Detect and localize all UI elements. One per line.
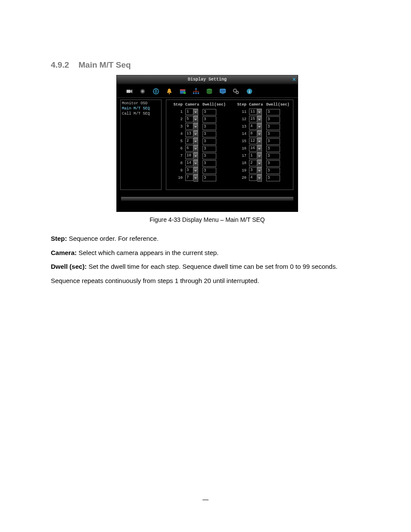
desc-camera: Camera: Select which camera appears in t…	[51, 247, 364, 259]
dwell-input[interactable]: 3	[266, 131, 280, 137]
info-icon[interactable]: i	[246, 87, 253, 95]
chevron-down-icon[interactable]	[257, 109, 262, 116]
dwell-input[interactable]: 3	[202, 153, 216, 159]
chevron-down-icon[interactable]	[257, 160, 262, 167]
step-number: 16	[234, 146, 249, 151]
disk-icon[interactable]	[206, 87, 213, 95]
table-row: 1713	[234, 152, 290, 159]
dwell-input[interactable]: 3	[266, 168, 280, 174]
camera-select[interactable]: 9	[185, 123, 198, 131]
dwell-input[interactable]: 3	[266, 124, 280, 130]
dwell-input[interactable]: 3	[202, 109, 216, 115]
alarm-icon[interactable]	[165, 87, 173, 95]
svg-rect-6	[180, 90, 186, 91]
svg-rect-14	[221, 93, 224, 94]
table-row: 11113	[234, 109, 290, 115]
dwell-input[interactable]: 3	[202, 124, 216, 130]
dwell-input[interactable]: 3	[202, 160, 216, 167]
record-icon[interactable]	[139, 87, 146, 95]
dwell-input[interactable]: 3	[202, 146, 216, 152]
camera-select[interactable]: 14	[185, 160, 198, 167]
camera-value: 11	[249, 109, 257, 115]
dwell-input[interactable]: 3	[266, 160, 280, 167]
camera-select[interactable]: 13	[185, 131, 198, 138]
page-marker: —	[0, 496, 411, 503]
camera-select[interactable]: 5	[185, 116, 198, 123]
chevron-down-icon[interactable]	[257, 123, 262, 131]
dialog-footer-bar	[121, 197, 293, 201]
chevron-down-icon[interactable]	[193, 109, 198, 116]
chevron-down-icon[interactable]	[193, 123, 198, 131]
chevron-down-icon[interactable]	[193, 167, 198, 174]
sidebar-item-call-mt-seq[interactable]: Call M/T SEQ	[122, 111, 160, 116]
step-number: 14	[234, 132, 249, 136]
figure-caption: Figure 4-33 Display Menu – Main M/T SEQ	[51, 216, 364, 223]
dwell-input[interactable]: 3	[202, 131, 216, 137]
camera-select[interactable]: 4	[249, 174, 262, 182]
camera-value: 8	[249, 131, 257, 137]
close-icon[interactable]: ×	[293, 76, 296, 83]
camera-value: 1	[185, 109, 193, 115]
svg-rect-0	[127, 90, 131, 93]
chevron-down-icon[interactable]	[257, 116, 262, 123]
camera-select[interactable]: 12	[249, 138, 262, 145]
dwell-input[interactable]: 3	[266, 116, 280, 123]
system-icon[interactable]	[232, 87, 240, 95]
dwell-input[interactable]: 3	[202, 138, 216, 145]
chevron-down-icon[interactable]	[193, 174, 198, 182]
camera-value: 10	[185, 152, 193, 159]
camera-select[interactable]: 7	[185, 174, 198, 182]
dwell-input[interactable]: 3	[202, 168, 216, 174]
camera-select[interactable]: 8	[249, 131, 262, 138]
svg-rect-9	[193, 93, 195, 94]
network-icon[interactable]	[192, 87, 200, 95]
chevron-down-icon[interactable]	[193, 152, 198, 160]
camera-select[interactable]: 1	[185, 109, 198, 116]
dwell-input[interactable]: 3	[266, 175, 280, 181]
dwell-input[interactable]: 3	[202, 116, 216, 123]
camera-value: 4	[249, 174, 257, 181]
chevron-down-icon[interactable]	[193, 131, 198, 138]
camera-select[interactable]: 2	[185, 138, 198, 145]
chevron-down-icon[interactable]	[193, 145, 198, 152]
camera-select[interactable]: 15	[249, 116, 262, 123]
display-icon[interactable]	[219, 87, 227, 95]
dwell-input[interactable]: 3	[202, 175, 216, 181]
camera-select[interactable]: 10	[185, 152, 198, 160]
chevron-down-icon[interactable]	[257, 138, 262, 145]
dwell-input[interactable]: 3	[266, 146, 280, 152]
svg-rect-13	[220, 89, 226, 93]
table-row: 1823	[234, 160, 290, 167]
step-number: 15	[234, 139, 249, 143]
sidebar-item-main-mt-seq[interactable]: Main M/T SEQ	[122, 106, 160, 111]
chevron-down-icon[interactable]	[257, 145, 262, 152]
table-row: 4133	[170, 131, 226, 137]
camera-select[interactable]: 1	[249, 152, 262, 160]
chevron-down-icon[interactable]	[193, 116, 198, 123]
step-number: 4	[170, 132, 185, 136]
dwell-input[interactable]: 3	[266, 138, 280, 145]
camera-select[interactable]: 6	[185, 145, 198, 152]
camera-select[interactable]: 16	[249, 145, 262, 152]
chevron-down-icon[interactable]	[257, 167, 262, 174]
chevron-down-icon[interactable]	[193, 138, 198, 145]
sidebar-item-monitor-osd[interactable]: Monitor OSD	[122, 101, 160, 106]
chevron-down-icon[interactable]	[257, 152, 262, 160]
camera-select[interactable]: 3	[185, 167, 198, 174]
chevron-down-icon[interactable]	[193, 160, 198, 167]
camera-select[interactable]: 4	[249, 123, 262, 131]
camera-select[interactable]: 2	[249, 160, 262, 167]
camera-icon[interactable]	[125, 87, 133, 95]
web-icon[interactable]	[152, 87, 160, 95]
chevron-down-icon[interactable]	[257, 174, 262, 182]
camera-value: 2	[249, 160, 257, 166]
camera-select[interactable]: 11	[249, 109, 262, 116]
dwell-input[interactable]: 3	[266, 109, 280, 115]
camera-value: 12	[249, 138, 257, 144]
schedule-icon[interactable]	[179, 87, 187, 95]
chevron-down-icon[interactable]	[257, 131, 262, 138]
dwell-input[interactable]: 3	[266, 153, 280, 159]
display-setting-dialog: Display Setting × i Monitor OSD Main M/T…	[116, 75, 298, 212]
camera-select[interactable]: 3	[249, 167, 262, 174]
step-number: 11	[234, 110, 249, 114]
